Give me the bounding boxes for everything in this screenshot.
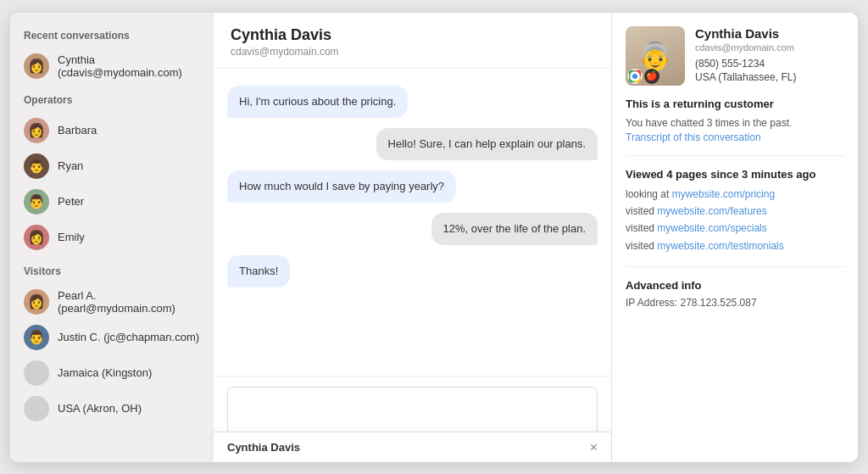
chat-footer-name: Cynthia Davis <box>227 441 300 454</box>
message-3: How much would I save by paying yearly? <box>227 170 456 203</box>
message-4: 12%, over the life of the plan. <box>431 213 598 245</box>
chat-footer-bar: Cynthia Davis × <box>214 432 611 462</box>
message-1: Hi, I'm curious about the pricing. <box>227 86 408 118</box>
sidebar-item-label: Emily <box>58 231 85 243</box>
sidebar-item-label: Barbara <box>58 124 97 137</box>
sidebar-item-label: Pearl A. (pearl@mydomain.com) <box>58 289 200 315</box>
browser-icons: 🍎 <box>627 69 659 84</box>
sidebar-item-peter[interactable]: 👨 Peter <box>10 184 214 220</box>
returning-customer-section: This is a returning customer You have ch… <box>626 98 844 156</box>
page-link-4[interactable]: mywebsite.com/testimonials <box>657 240 783 252</box>
pages-visited-title: Viewed 4 pages since 3 minutes ago <box>626 168 844 181</box>
chat-area: Cynthia Davis cdavis@mydomain.com Hi, I'… <box>214 13 612 462</box>
message-2: Hello! Sure, I can help explain our plan… <box>376 128 598 160</box>
avatar: 👨 <box>24 325 49 350</box>
avatar: 👩 <box>24 118 49 143</box>
svg-point-1 <box>632 74 637 79</box>
sidebar-item-pearl[interactable]: 👩 Pearl A. (pearl@mydomain.com) <box>10 284 214 320</box>
sidebar-item-label: USA (Akron, OH) <box>58 402 142 415</box>
page-prefix-3: visited <box>626 222 657 234</box>
returning-text: You have chatted 3 times in the past. <box>626 115 844 131</box>
apple-icon: 🍎 <box>644 69 659 84</box>
ip-address: IP Address: 278.123.525.087 <box>626 297 844 309</box>
page-prefix-4: visited <box>626 240 657 252</box>
avatar: 👨 <box>24 189 49 215</box>
avatar: 👩 <box>24 289 49 315</box>
sidebar-item-usa[interactable]: USA (Akron, OH) <box>10 391 214 427</box>
sidebar-item-label: Jamaica (Kingston) <box>58 366 152 379</box>
contact-photo: 👵 🍎 <box>626 26 685 86</box>
page-visit-3: visited mywebsite.com/specials <box>626 220 844 237</box>
contact-name: Cynthia Davis <box>695 26 844 41</box>
ip-label: IP Address: <box>626 297 677 309</box>
sidebar-item-label: Ryan <box>58 159 83 172</box>
contact-location: USA (Tallahassee, FL) <box>695 71 844 83</box>
avatar: 👩 <box>24 225 49 250</box>
right-panel: 👵 🍎 Cynthia Davis <box>612 13 858 462</box>
recent-section-title: Recent conversations <box>10 30 214 48</box>
avatar: 👨 <box>24 153 49 179</box>
chat-header-name: Cynthia Davis <box>231 26 594 44</box>
sidebar-item-label: Cynthia (cdavis@mydomain.com) <box>58 53 200 79</box>
page-link-3[interactable]: mywebsite.com/specials <box>657 222 766 234</box>
sidebar-item-cynthia[interactable]: 👩 Cynthia (cdavis@mydomain.com) <box>10 48 214 84</box>
sidebar-item-emily[interactable]: 👩 Emily <box>10 220 214 255</box>
avatar <box>24 360 49 386</box>
operators-section-title: Operators <box>10 94 214 113</box>
page-link-1[interactable]: mywebsite.com/pricing <box>672 188 775 200</box>
close-button[interactable]: × <box>590 441 598 454</box>
pages-visited-section: Viewed 4 pages since 3 minutes ago looki… <box>626 168 844 268</box>
transcript-link[interactable]: Transcript of this conversation <box>626 131 761 143</box>
contact-email: cdavis@mydomain.com <box>695 42 844 53</box>
chat-header-email: cdavis@mydomain.com <box>231 46 594 58</box>
page-visit-4: visited mywebsite.com/testimonials <box>626 237 844 254</box>
sidebar-item-barbara[interactable]: 👩 Barbara <box>10 113 214 148</box>
page-prefix-2: visited <box>626 205 657 217</box>
page-visit-1: looking at mywebsite.com/pricing <box>626 186 844 203</box>
returning-title: This is a returning customer <box>626 98 844 110</box>
chat-header: Cynthia Davis cdavis@mydomain.com <box>214 13 611 69</box>
app-container: Recent conversations 👩 Cynthia (cdavis@m… <box>10 13 858 462</box>
contact-phone: (850) 555-1234 <box>695 58 844 70</box>
advanced-info-section: Advanced info IP Address: 278.123.525.08… <box>626 279 844 321</box>
sidebar-item-ryan[interactable]: 👨 Ryan <box>10 148 214 184</box>
visitors-section-title: Visitors <box>10 265 214 284</box>
message-5: Thanks! <box>227 255 290 287</box>
avatar: 👩 <box>24 53 49 79</box>
ip-value: 278.123.525.087 <box>681 297 757 309</box>
avatar <box>24 396 49 421</box>
contact-info: Cynthia Davis cdavis@mydomain.com (850) … <box>695 26 844 86</box>
contact-card: 👵 🍎 Cynthia Davis <box>626 26 844 86</box>
sidebar-item-label: Peter <box>58 195 84 208</box>
sidebar-item-justin[interactable]: 👨 Justin C. (jc@chapman.com) <box>10 320 214 355</box>
sidebar-item-jamaica[interactable]: Jamaica (Kingston) <box>10 355 214 391</box>
chat-messages: Hi, I'm curious about the pricing. Hello… <box>214 69 611 376</box>
chrome-icon <box>627 69 643 84</box>
advanced-title: Advanced info <box>626 279 844 292</box>
sidebar-item-label: Justin C. (jc@chapman.com) <box>58 331 199 343</box>
page-link-2[interactable]: mywebsite.com/features <box>657 205 766 217</box>
page-visit-2: visited mywebsite.com/features <box>626 203 844 220</box>
page-prefix-1: looking at <box>626 188 672 200</box>
sidebar: Recent conversations 👩 Cynthia (cdavis@m… <box>10 13 214 462</box>
